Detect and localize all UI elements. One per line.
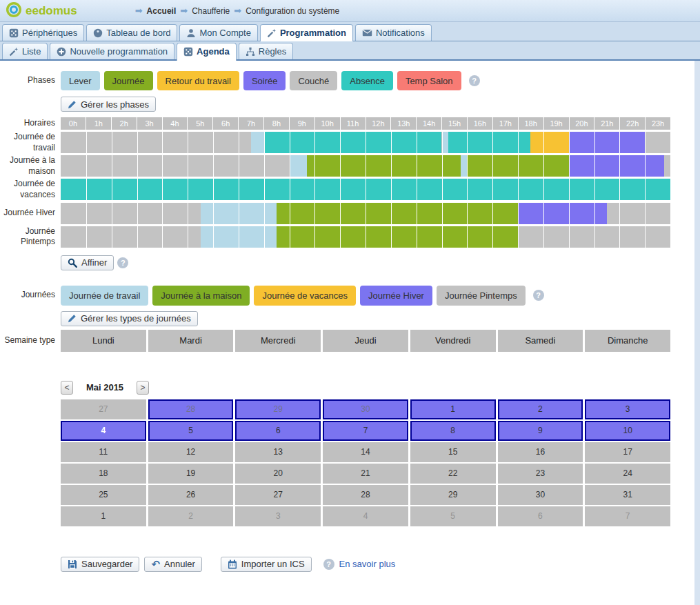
calendar-day[interactable]: 1 <box>410 399 496 419</box>
calendar-day[interactable]: 5 <box>148 421 234 441</box>
phase-segment-lever[interactable] <box>442 132 448 153</box>
calendar-day[interactable]: 3 <box>235 506 321 526</box>
main-tab-tableau-de-bord[interactable]: Tableau de bord <box>86 24 177 41</box>
calendar-day[interactable]: 27 <box>235 485 321 505</box>
schedule-bar-journee-de-travail[interactable] <box>61 132 670 153</box>
phase-segment-retour[interactable] <box>530 132 568 153</box>
eedomus-logo[interactable]: eedomus <box>6 1 77 21</box>
schedule-bar-journee-hiver[interactable] <box>61 203 670 224</box>
daytype-journee-de-vacances[interactable]: Journée de vacances <box>254 286 356 306</box>
schedule-bar-journee-de-vacances[interactable] <box>61 179 670 200</box>
calendar-day[interactable]: 30 <box>498 485 583 505</box>
phase-segment-journee[interactable] <box>277 203 518 224</box>
breadcrumb-item-configuration-du-systeme[interactable]: Configuration du système <box>246 6 339 16</box>
calendar-day[interactable]: 4 <box>61 421 146 441</box>
phase-segment-journee[interactable] <box>307 155 461 177</box>
phase-absence[interactable]: Absence <box>341 71 393 90</box>
calendar-day[interactable]: 28 <box>323 485 408 505</box>
calendar-day[interactable]: 28 <box>148 399 234 419</box>
help-icon[interactable]: ? <box>117 257 128 268</box>
calendar-day[interactable]: 20 <box>235 464 321 484</box>
phase-soiree[interactable]: Soirée <box>243 71 286 90</box>
phase-lever[interactable]: Lever <box>61 71 100 90</box>
daytype-journee-de-travail[interactable]: Journée de travail <box>61 286 148 306</box>
calendar-day[interactable]: 25 <box>61 485 146 505</box>
main-tab-peripheriques[interactable]: Périphériques <box>2 24 84 41</box>
daytype-journee-pintemps[interactable]: Journée Pintemps <box>437 286 526 306</box>
main-tab-programmation[interactable]: Programmation <box>260 24 353 41</box>
calendar-day[interactable]: 5 <box>410 506 496 526</box>
phase-retour-du-travail[interactable]: Retour du travail <box>157 71 239 90</box>
calendar-day[interactable]: 23 <box>498 464 583 484</box>
calendar-day[interactable]: 6 <box>498 506 583 526</box>
calendar-day[interactable]: 30 <box>323 399 408 419</box>
calendar-day[interactable]: 17 <box>585 442 670 462</box>
phase-segment-journee[interactable] <box>277 226 518 248</box>
calendar-day[interactable]: 31 <box>585 485 670 505</box>
phase-segment-lever[interactable] <box>251 132 263 153</box>
calendar-day[interactable]: 2 <box>148 506 234 526</box>
refine-button[interactable]: Affiner <box>61 255 114 270</box>
calendar-next-button[interactable]: > <box>137 381 149 395</box>
daytype-journee-hiver[interactable]: Journée Hiver <box>360 286 432 306</box>
manage-phases-button[interactable]: Gérer les phases <box>61 97 156 112</box>
sub-tab-regles[interactable]: Règles <box>239 43 293 59</box>
weekday-vendredi[interactable]: Vendredi <box>410 330 496 352</box>
calendar-day[interactable]: 11 <box>61 442 146 462</box>
phase-segment-lever[interactable] <box>290 155 308 177</box>
sub-tab-nouvelle-programmation[interactable]: Nouvelle programmation <box>50 43 174 59</box>
calendar-day[interactable]: 18 <box>61 464 146 484</box>
learn-more-link[interactable]: En savoir plus <box>339 559 396 569</box>
phase-segment-couche[interactable] <box>664 155 670 177</box>
calendar-day[interactable]: 10 <box>585 421 670 441</box>
breadcrumb-item-chaufferie[interactable]: Chaufferie <box>192 6 230 16</box>
calendar-day[interactable]: 9 <box>498 421 583 441</box>
sub-tab-agenda[interactable]: Agenda <box>177 43 237 61</box>
calendar-day[interactable]: 6 <box>235 421 321 441</box>
calendar-day[interactable]: 24 <box>585 464 670 484</box>
import-ics-button[interactable]: Importer un ICS <box>221 557 312 572</box>
help-icon[interactable]: ? <box>533 290 544 301</box>
calendar-day[interactable]: 27 <box>61 399 146 419</box>
calendar-day[interactable]: 29 <box>235 399 321 419</box>
calendar-prev-button[interactable]: < <box>61 381 73 395</box>
sub-tab-liste[interactable]: Liste <box>2 43 48 59</box>
phase-temp-salon[interactable]: Temp Salon <box>397 71 461 90</box>
phase-segment-couche[interactable] <box>61 203 201 224</box>
calendar-day[interactable]: 1 <box>61 506 146 526</box>
calendar-day[interactable]: 19 <box>148 464 234 484</box>
save-button[interactable]: Sauvegarder <box>61 557 139 572</box>
phase-segment-soiree[interactable] <box>569 155 664 177</box>
calendar-day[interactable]: 26 <box>148 485 234 505</box>
help-icon[interactable]: ? <box>469 75 480 86</box>
main-tab-notifications[interactable]: Notifications <box>355 24 432 41</box>
breadcrumb-item-accueil[interactable]: Accueil <box>147 6 177 16</box>
phase-couche[interactable]: Couché <box>290 71 337 90</box>
schedule-bar-journee-a-la-maison[interactable] <box>61 155 670 177</box>
calendar-day[interactable]: 12 <box>148 442 234 462</box>
calendar-day[interactable]: 16 <box>498 442 583 462</box>
calendar-day[interactable]: 15 <box>410 442 496 462</box>
phase-segment-couche[interactable] <box>61 155 290 177</box>
weekday-mardi[interactable]: Mardi <box>148 330 234 352</box>
help-icon[interactable]: ? <box>323 559 334 570</box>
calendar-day[interactable]: 22 <box>410 464 496 484</box>
calendar-day[interactable]: 7 <box>323 421 408 441</box>
weekday-jeudi[interactable]: Jeudi <box>323 330 408 352</box>
phase-segment-couche[interactable] <box>61 226 201 248</box>
manage-daytypes-button[interactable]: Gérer les types de journées <box>61 311 198 326</box>
weekday-lundi[interactable]: Lundi <box>61 330 146 352</box>
phase-segment-lever[interactable] <box>461 155 467 177</box>
calendar-day[interactable]: 4 <box>323 506 408 526</box>
weekday-samedi[interactable]: Samedi <box>498 330 583 352</box>
phase-segment-couche[interactable] <box>61 132 251 153</box>
phase-segment-soiree[interactable] <box>569 132 646 153</box>
calendar-day[interactable]: 7 <box>585 506 670 526</box>
phase-segment-couche[interactable] <box>645 132 670 153</box>
weekday-dimanche[interactable]: Dimanche <box>585 330 670 352</box>
phase-segment-couche[interactable] <box>607 203 670 224</box>
phase-segment-absence[interactable] <box>264 132 442 153</box>
calendar-day[interactable]: 3 <box>585 399 670 419</box>
schedule-bar-journee-pintemps[interactable] <box>61 226 670 248</box>
calendar-day[interactable]: 14 <box>323 442 408 462</box>
